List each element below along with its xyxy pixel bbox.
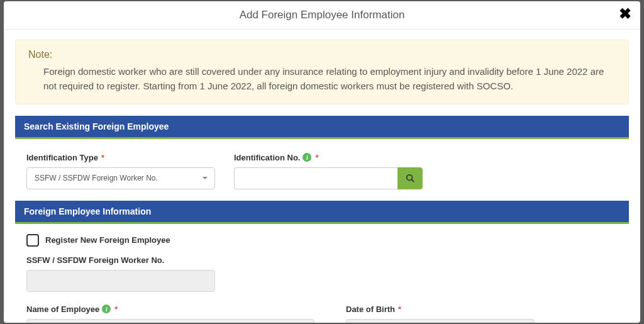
modal-title: Add Foreign Employee Information: [16, 9, 628, 21]
modal-dialog: Add Foreign Employee Information ✖ Note:…: [4, 1, 640, 323]
chevron-down-icon: [203, 177, 208, 179]
required-mark: *: [101, 153, 104, 162]
info-icon[interactable]: i: [102, 304, 111, 313]
register-checkbox-label: Register New Foreign Employee: [45, 235, 170, 245]
id-no-label: Identification No. i *: [234, 153, 423, 162]
name-field-group: Name of Employee i *: [26, 304, 314, 323]
id-type-group: Identification Type * SSFW / SSFDW Forei…: [26, 153, 215, 189]
info-icon[interactable]: i: [303, 153, 311, 162]
name-label: Name of Employee i *: [26, 304, 314, 314]
id-type-select-value: SSFW / SSFDW Foreign Worker No.: [26, 167, 215, 189]
register-checkbox[interactable]: [26, 234, 39, 247]
search-button[interactable]: [397, 167, 423, 189]
search-section-content: Identification Type * SSFW / SSFDW Forei…: [15, 139, 629, 201]
svg-point-0: [407, 175, 413, 181]
required-mark: *: [114, 304, 118, 314]
close-button[interactable]: ✖: [619, 6, 631, 21]
register-checkbox-row: Register New Foreign Employee: [26, 234, 618, 247]
id-type-label: Identification Type *: [26, 153, 215, 162]
modal-header: Add Foreign Employee Information ✖: [4, 1, 640, 30]
info-section-content: Register New Foreign Employee SSFW / SSF…: [15, 224, 629, 323]
ssfw-input: [26, 270, 215, 292]
search-icon: [406, 174, 414, 182]
id-no-search-group: [234, 167, 423, 189]
id-no-input[interactable]: [234, 167, 397, 189]
required-mark: *: [315, 153, 318, 162]
note-title: Note:: [28, 49, 616, 60]
svg-line-1: [412, 180, 414, 182]
close-icon: ✖: [619, 5, 631, 22]
dob-field-group: Date of Birth*: [346, 304, 535, 323]
required-mark: *: [398, 304, 401, 314]
dob-label: Date of Birth*: [346, 304, 535, 314]
dob-input: [346, 319, 535, 323]
search-form-row: Identification Type * SSFW / SSFDW Forei…: [26, 153, 618, 189]
ssfw-label: SSFW / SSFDW Foreign Worker No.: [26, 255, 618, 265]
name-dob-row: Name of Employee i * Date of Birth*: [26, 304, 618, 323]
info-section-header: Foreign Employee Information: [15, 201, 629, 224]
note-box: Note: Foreign domestic worker who are st…: [15, 40, 629, 104]
search-section-header: Search Existing Foreign Employee: [15, 116, 629, 139]
note-text: Foreign domestic worker who are still co…: [28, 64, 616, 94]
ssfw-field-group: SSFW / SSFDW Foreign Worker No.: [26, 255, 618, 292]
name-input: [26, 319, 314, 323]
id-type-select[interactable]: SSFW / SSFDW Foreign Worker No.: [26, 167, 215, 189]
id-no-group: Identification No. i *: [234, 153, 423, 189]
modal-body: Note: Foreign domestic worker who are st…: [4, 30, 640, 323]
